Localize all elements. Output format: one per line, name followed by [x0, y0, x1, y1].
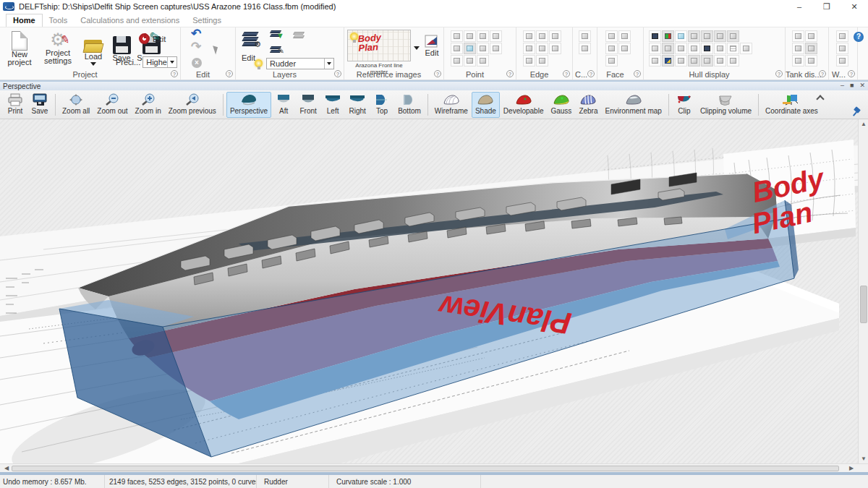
face-tool-icon[interactable]	[605, 43, 618, 54]
mode-shade-button[interactable]: Shade	[472, 92, 500, 118]
edge-help-icon[interactable]: ?	[563, 70, 570, 77]
precision-dropdown-arrow[interactable]	[167, 57, 176, 67]
active-layer-select[interactable]: Rudder	[266, 58, 334, 69]
tab-tools[interactable]: Tools	[43, 14, 75, 27]
hull-display-interior-icon[interactable]	[662, 30, 674, 42]
precision-select[interactable]: Highe	[142, 56, 177, 68]
edit-help-icon[interactable]: ?	[226, 70, 233, 77]
curve-tool-icon[interactable]	[579, 30, 591, 42]
edge-tool-icon[interactable]	[536, 55, 548, 67]
curve-tool-icon[interactable]	[579, 43, 591, 54]
mode-zebra-button[interactable]: Zebra	[575, 92, 601, 118]
view-top-button[interactable]: Top	[370, 92, 394, 118]
layer-add-icon[interactable]: ▼	[271, 30, 281, 38]
layer-pencil-icon[interactable]: ✎	[271, 46, 281, 53]
hull-display-icon[interactable]	[740, 43, 752, 54]
mode-wireframe-button[interactable]: Wireframe	[431, 92, 472, 118]
weight-tool-icon[interactable]	[836, 55, 848, 67]
hull-display-icon[interactable]	[727, 55, 739, 67]
point-tool-icon[interactable]	[490, 30, 502, 42]
weight-tool-icon[interactable]	[836, 43, 848, 54]
tank-display-icon[interactable]	[805, 43, 817, 54]
vertical-scrollbar[interactable]: ▲ ▼	[858, 119, 868, 463]
horizontal-scrollbar[interactable]: ◀ ▶	[0, 463, 868, 472]
exit-button[interactable]: Exit	[139, 33, 166, 44]
hull-display-shade-icon[interactable]	[675, 30, 687, 42]
tank-display-icon[interactable]	[792, 30, 804, 42]
hull-display-icon[interactable]	[688, 30, 700, 42]
reference-images-help-icon[interactable]: ?	[434, 70, 441, 77]
load-dropdown-arrow[interactable]	[90, 62, 96, 66]
zoom-in-button[interactable]: Zoom in	[132, 92, 165, 118]
layer-dropdown-arrow[interactable]	[324, 59, 333, 69]
new-project-button[interactable]: New project	[3, 31, 36, 67]
hull-display-icon[interactable]	[649, 43, 661, 54]
point-tool-icon[interactable]	[464, 55, 476, 67]
edge-tool-icon[interactable]	[523, 43, 535, 54]
point-tool-icon[interactable]	[464, 30, 476, 42]
weight-help-icon[interactable]: ?	[848, 70, 855, 77]
hull-display-background-icon[interactable]	[662, 55, 674, 67]
hull-display-icon[interactable]	[714, 30, 726, 42]
hull-display-camera-icon[interactable]	[701, 43, 713, 54]
tab-home[interactable]: Home	[6, 14, 43, 27]
curve-help-icon[interactable]: ?	[587, 70, 595, 77]
zoom-previous-button[interactable]: Zoom previous	[165, 92, 220, 118]
hull-display-icon[interactable]	[701, 55, 713, 67]
point-tool-icon[interactable]	[477, 30, 489, 42]
scroll-right-icon[interactable]: ▶	[846, 464, 856, 473]
view-aft-button[interactable]: Aft	[271, 92, 296, 118]
point-tool-icon[interactable]	[490, 43, 502, 54]
maximize-button[interactable]: ❒	[813, 0, 841, 13]
panel-close-icon[interactable]: ✕	[859, 82, 865, 89]
edge-tool-icon[interactable]	[536, 30, 548, 42]
edge-tool-icon[interactable]	[549, 43, 561, 54]
undo-icon[interactable]: ↶	[191, 29, 201, 39]
reference-image-edit-button[interactable]: Edit	[421, 33, 443, 57]
panel-maximize-icon[interactable]: ■	[850, 82, 854, 89]
hull-display-icon[interactable]	[727, 30, 739, 42]
point-collapse-icon[interactable]	[464, 43, 476, 54]
zoom-out-button[interactable]: Zoom out	[93, 92, 131, 118]
hull-display-icon[interactable]	[714, 43, 726, 54]
point-tool-icon[interactable]	[451, 43, 463, 54]
hull-display-icon[interactable]	[714, 55, 726, 67]
print-button[interactable]: Print	[3, 92, 27, 118]
hull-display-icon[interactable]	[675, 55, 687, 67]
select-cursor-icon[interactable]	[213, 44, 220, 54]
ribbon-help-icon[interactable]: ?	[854, 32, 864, 42]
tab-calculations[interactable]: Calculations and extensions	[74, 14, 186, 27]
tank-display-help-icon[interactable]: ?	[819, 70, 826, 77]
view-right-button[interactable]: Right	[345, 92, 370, 118]
delete-icon[interactable]: ×	[192, 58, 202, 68]
reference-image-thumbnail[interactable]: Body Plan	[347, 30, 411, 61]
project-settings-button[interactable]: ⚙✎ Project settings	[38, 30, 78, 65]
layer-visibility-bulb-icon[interactable]	[255, 59, 263, 67]
view-bottom-button[interactable]: Bottom	[394, 92, 425, 118]
layer-gray-icon[interactable]	[294, 32, 304, 39]
edge-tool-icon[interactable]	[523, 30, 535, 42]
tank-display-icon[interactable]	[792, 55, 804, 67]
tab-settings[interactable]: Settings	[186, 14, 228, 27]
face-tool-icon[interactable]	[618, 43, 631, 54]
scroll-up-icon[interactable]: ▲	[859, 119, 868, 129]
mode-developable-button[interactable]: Developable	[500, 92, 548, 118]
mode-environment-map-button[interactable]: Environment map	[602, 92, 665, 118]
pin-icon[interactable]	[853, 108, 861, 116]
layers-edit-icon[interactable]: ⚙	[243, 32, 258, 47]
weight-tool-icon[interactable]	[836, 30, 848, 42]
point-tool-icon[interactable]	[477, 43, 489, 54]
tank-display-icon[interactable]	[805, 55, 817, 67]
view-front-button[interactable]: Front	[296, 92, 320, 118]
hull-display-grid-icon[interactable]	[727, 43, 739, 54]
perspective-viewport[interactable]: PlanView Body Plan	[0, 119, 858, 463]
redo-icon[interactable]: ↷	[191, 42, 201, 52]
coordinate-axes-button[interactable]: Coordinate axes	[762, 92, 822, 118]
face-tool-icon[interactable]	[618, 30, 631, 42]
hull-display-icon[interactable]	[649, 30, 661, 42]
point-tool-icon[interactable]	[477, 55, 489, 67]
scroll-left-icon[interactable]: ◀	[1, 464, 12, 473]
hull-display-help-icon[interactable]: ?	[775, 70, 783, 77]
face-tool-icon[interactable]	[605, 30, 618, 42]
close-button[interactable]: ✕	[841, 0, 868, 13]
